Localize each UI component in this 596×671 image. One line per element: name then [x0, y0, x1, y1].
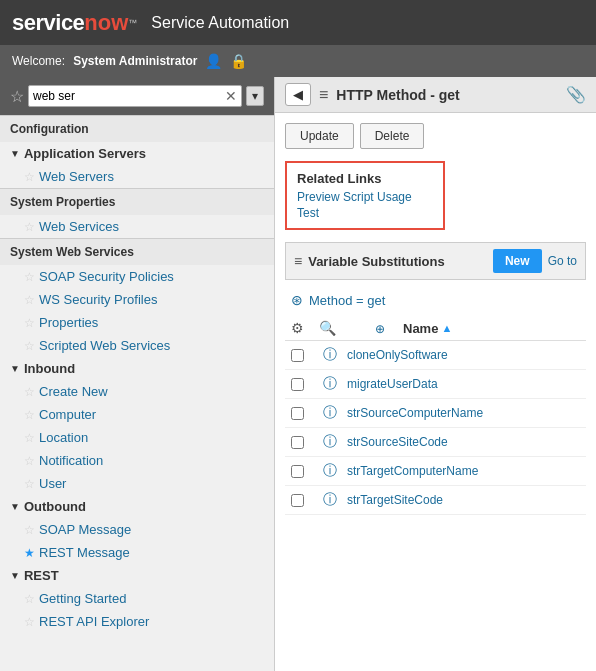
action-buttons: Update Delete [285, 123, 586, 149]
header-name-col[interactable]: Name ▲ [403, 321, 580, 336]
row-info-icon-3[interactable]: ⓘ [319, 404, 341, 422]
menu-icon[interactable]: ≡ [319, 86, 328, 104]
star-icon-location[interactable]: ☆ [24, 431, 35, 445]
related-link-test[interactable]: Test [297, 206, 433, 220]
sidebar-label-rest-api-explorer: REST API Explorer [39, 614, 149, 629]
row-name-2[interactable]: migrateUserData [347, 377, 580, 391]
sidebar-item-scripted-web-services[interactable]: ☆ Scripted Web Services [0, 334, 274, 357]
row-info-icon-4[interactable]: ⓘ [319, 433, 341, 451]
star-icon-computer[interactable]: ☆ [24, 408, 35, 422]
gear-icon[interactable]: ⚙ [291, 320, 313, 336]
table-header: ⚙ 🔍 ⊕ Name ▲ [285, 316, 586, 341]
sidebar-item-user[interactable]: ☆ User [0, 472, 274, 495]
search-input-wrap: ✕ [28, 85, 242, 107]
var-sub-menu-icon[interactable]: ≡ [294, 253, 302, 269]
user-icon[interactable]: 👤 [205, 53, 222, 69]
sidebar-item-computer[interactable]: ☆ Computer [0, 403, 274, 426]
checkbox-5[interactable] [291, 465, 304, 478]
sidebar-item-notification[interactable]: ☆ Notification [0, 449, 274, 472]
table-row: ⓘ strSourceComputerName [285, 399, 586, 428]
back-button[interactable]: ◀ [285, 83, 311, 106]
sidebar-label-outbound: Outbound [24, 499, 86, 514]
related-link-preview-script[interactable]: Preview Script Usage [297, 190, 433, 204]
sidebar-item-location[interactable]: ☆ Location [0, 426, 274, 449]
sidebar-item-application-servers[interactable]: ▼ Application Servers [0, 142, 274, 165]
sidebar-label-notification: Notification [39, 453, 103, 468]
star-icon-getting-started[interactable]: ☆ [24, 592, 35, 606]
sidebar-label-application-servers: Application Servers [24, 146, 146, 161]
star-icon-soap-message[interactable]: ☆ [24, 523, 35, 537]
sidebar-label-create-new: Create New [39, 384, 108, 399]
right-panel: ◀ ≡ HTTP Method - get 📎 Update Delete Re… [275, 77, 596, 671]
sidebar-label-rest-message: REST Message [39, 545, 130, 560]
update-button[interactable]: Update [285, 123, 354, 149]
star-icon-soap-security[interactable]: ☆ [24, 270, 35, 284]
star-icon-notification[interactable]: ☆ [24, 454, 35, 468]
sidebar-item-ws-security[interactable]: ☆ WS Security Profiles [0, 288, 274, 311]
table-row: ⓘ cloneOnlySoftware [285, 341, 586, 370]
checkbox-6[interactable] [291, 494, 304, 507]
row-name-4[interactable]: strSourceSiteCode [347, 435, 580, 449]
page-title: HTTP Method - get [336, 87, 558, 103]
clip-icon[interactable]: 📎 [566, 85, 586, 104]
sidebar-item-soap-security[interactable]: ☆ SOAP Security Policies [0, 265, 274, 288]
row-checkbox-1[interactable] [291, 349, 313, 362]
star-icon-create-new[interactable]: ☆ [24, 385, 35, 399]
checkbox-4[interactable] [291, 436, 304, 449]
new-button[interactable]: New [493, 249, 542, 273]
sidebar-label-ws-security: WS Security Profiles [39, 292, 157, 307]
sidebar-item-outbound[interactable]: ▼ Outbound [0, 495, 274, 518]
row-info-icon-1[interactable]: ⓘ [319, 346, 341, 364]
checkbox-1[interactable] [291, 349, 304, 362]
star-icon-web-servers[interactable]: ☆ [24, 170, 35, 184]
favorite-star-icon[interactable]: ☆ [10, 87, 24, 106]
star-icon-ws-security[interactable]: ☆ [24, 293, 35, 307]
sidebar-item-create-new[interactable]: ☆ Create New [0, 380, 274, 403]
star-icon-web-services[interactable]: ☆ [24, 220, 35, 234]
star-icon-scripted-ws[interactable]: ☆ [24, 339, 35, 353]
row-checkbox-3[interactable] [291, 407, 313, 420]
search-input[interactable] [33, 89, 225, 103]
star-icon-user[interactable]: ☆ [24, 477, 35, 491]
goto-button[interactable]: Go to [548, 254, 577, 268]
sidebar-item-inbound[interactable]: ▼ Inbound [0, 357, 274, 380]
checkbox-2[interactable] [291, 378, 304, 391]
checkbox-3[interactable] [291, 407, 304, 420]
star-icon-rest-message[interactable]: ★ [24, 546, 35, 560]
table-row: ⓘ strTargetSiteCode [285, 486, 586, 515]
delete-button[interactable]: Delete [360, 123, 425, 149]
sidebar-item-getting-started[interactable]: ☆ Getting Started [0, 587, 274, 610]
sidebar-item-web-servers[interactable]: ☆ Web Servers [0, 165, 274, 188]
row-checkbox-5[interactable] [291, 465, 313, 478]
row-info-icon-2[interactable]: ⓘ [319, 375, 341, 393]
sidebar-item-properties[interactable]: ☆ Properties [0, 311, 274, 334]
row-checkbox-2[interactable] [291, 378, 313, 391]
row-name-6[interactable]: strTargetSiteCode [347, 493, 580, 507]
sidebar-item-soap-message[interactable]: ☆ SOAP Message [0, 518, 274, 541]
logo-service: service [12, 10, 84, 36]
sidebar-label-location: Location [39, 430, 88, 445]
row-name-5[interactable]: strTargetComputerName [347, 464, 580, 478]
sidebar-item-web-services[interactable]: ☆ Web Services [0, 215, 274, 238]
app-header: servicenow™ Service Automation [0, 0, 596, 45]
row-name-1[interactable]: cloneOnlySoftware [347, 348, 580, 362]
search-dropdown-icon[interactable]: ▾ [246, 86, 264, 106]
row-checkbox-6[interactable] [291, 494, 313, 507]
clear-search-icon[interactable]: ✕ [225, 88, 237, 104]
search-icon[interactable]: 🔍 [319, 320, 341, 336]
sidebar-item-rest[interactable]: ▼ REST [0, 564, 274, 587]
sidebar-section-configuration: Configuration [0, 115, 274, 142]
sidebar-item-rest-message[interactable]: ★ REST Message [0, 541, 274, 564]
row-name-3[interactable]: strSourceComputerName [347, 406, 580, 420]
star-icon-properties[interactable]: ☆ [24, 316, 35, 330]
row-info-icon-6[interactable]: ⓘ [319, 491, 341, 509]
lock-icon[interactable]: 🔒 [230, 53, 247, 69]
row-info-icon-5[interactable]: ⓘ [319, 462, 341, 480]
filter-icon[interactable]: ⊛ [291, 292, 303, 308]
sidebar-label-soap-message: SOAP Message [39, 522, 131, 537]
row-checkbox-4[interactable] [291, 436, 313, 449]
circle-plus-icon: ⊕ [375, 322, 385, 336]
header-info-col: ⊕ [375, 321, 397, 336]
sidebar-item-rest-api-explorer[interactable]: ☆ REST API Explorer [0, 610, 274, 633]
star-icon-rest-api-explorer[interactable]: ☆ [24, 615, 35, 629]
